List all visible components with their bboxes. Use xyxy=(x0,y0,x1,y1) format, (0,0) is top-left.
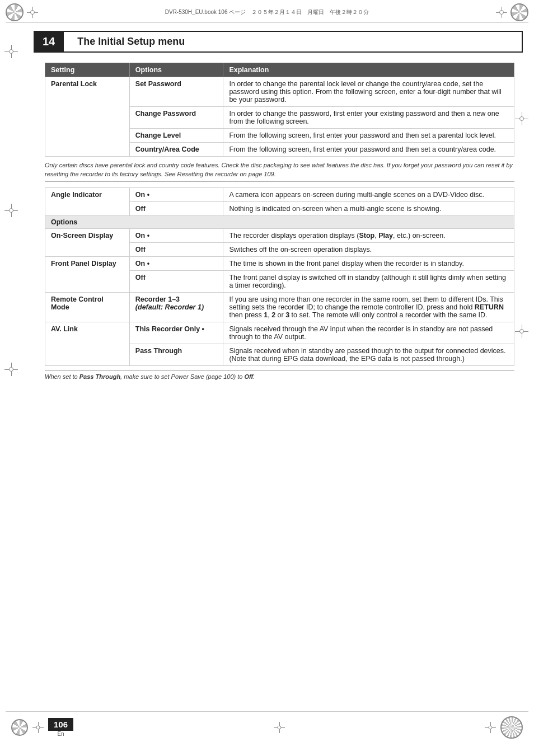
av-note: When set to Pass Through, make sure to s… xyxy=(45,370,514,380)
setting-avlink: AV. Link xyxy=(45,322,130,365)
crosshair-bottom-left xyxy=(32,722,44,733)
option-frontpanel-off: Off xyxy=(129,270,223,292)
top-left-decoration xyxy=(6,3,38,21)
table-row: Angle Indicator On • A camera icon appea… xyxy=(45,187,514,201)
top-right-decoration xyxy=(496,3,528,21)
crosshair-icon-tl xyxy=(27,7,38,18)
page: DVR-530H_EU.book 106 ページ ２０５年２月１４日 月曜日 午… xyxy=(0,0,534,756)
option-country-area: Country/Area Code xyxy=(129,143,223,157)
crosshair-bottom-right xyxy=(485,722,496,733)
option-set-password: Set Password xyxy=(129,77,223,107)
chapter-title-box: The Initial Setup menu xyxy=(64,31,523,53)
setting-onscreen: On-Screen Display xyxy=(45,228,130,256)
film-reel-icon-right xyxy=(510,3,528,21)
option-change-password: Change Password xyxy=(129,107,223,129)
option-remote: Recorder 1–3(default: Recorder 1) xyxy=(129,292,223,322)
table-row: Parental Lock Set Password In order to c… xyxy=(45,77,514,107)
bottom-film-reel-right xyxy=(500,716,523,739)
option-frontpanel-on: On • xyxy=(129,256,223,270)
table-row: On-Screen Display On • The recorder disp… xyxy=(45,228,514,242)
bottom-left: 106 En xyxy=(11,718,73,737)
option-onscreen-on: On • xyxy=(129,228,223,242)
table-row: Remote Control Mode Recorder 1–3(default… xyxy=(45,292,514,322)
explanation-frontpanel-on: The time is shown in the front panel dis… xyxy=(223,256,514,270)
bottom-film-reel-left xyxy=(11,719,28,736)
bottom-area: 106 En xyxy=(0,711,534,756)
meta-text: DVR-530H_EU.book 106 ページ ２０５年２月１４日 月曜日 午… xyxy=(165,8,369,16)
setting-angle: Angle Indicator xyxy=(45,187,130,215)
option-angle-off: Off xyxy=(129,201,223,215)
chapter-header: 14 The Initial Setup menu xyxy=(34,31,523,53)
crosshair-left-top xyxy=(4,45,18,58)
explanation-change-password: In order to change the password, first e… xyxy=(223,107,514,129)
option-onscreen-off: Off xyxy=(129,242,223,256)
explanation-frontpanel-off: The front panel display is switched off … xyxy=(223,270,514,292)
options-section-row: Options xyxy=(45,215,514,228)
explanation-angle-on: A camera icon appears on-screen during m… xyxy=(223,187,514,201)
angle-indicator-table: Angle Indicator On • A camera icon appea… xyxy=(45,187,514,366)
main-content: Setting Options Explanation Parental Loc… xyxy=(0,63,534,447)
right-decoration xyxy=(515,112,528,125)
setting-remote: Remote Control Mode xyxy=(45,292,130,322)
chapter-number: 14 xyxy=(34,31,64,53)
col-header-explanation: Explanation xyxy=(223,63,514,77)
film-reel-icon xyxy=(6,3,24,21)
right-decoration-mid xyxy=(515,325,528,338)
settings-table: Setting Options Explanation Parental Loc… xyxy=(45,63,514,157)
table-row: Front Panel Display On • The time is sho… xyxy=(45,256,514,270)
bottom-right xyxy=(485,716,523,739)
setting-parental-lock: Parental Lock xyxy=(45,77,130,157)
chapter-title: The Initial Setup menu xyxy=(77,36,185,48)
explanation-change-level: From the following screen, first enter y… xyxy=(223,129,514,143)
options-section-label: Options xyxy=(45,215,514,228)
table-row: AV. Link This Recorder Only • Signals re… xyxy=(45,322,514,344)
explanation-avlink-this: Signals received through the AV input wh… xyxy=(223,322,514,344)
col-header-setting: Setting xyxy=(45,63,130,77)
explanation-angle-off: Nothing is indicated on-screen when a mu… xyxy=(223,201,514,215)
page-label: En xyxy=(57,731,64,737)
crosshair-right-mid xyxy=(515,325,528,338)
explanation-onscreen-off: Switches off the on-screen operation dis… xyxy=(223,242,514,256)
crosshair-right xyxy=(515,112,528,125)
explanation-onscreen-on: The recorder displays operation displays… xyxy=(223,228,514,242)
left-decorations xyxy=(4,45,18,376)
page-number: 106 xyxy=(48,718,73,731)
crosshair-left-mid xyxy=(4,204,18,217)
explanation-country-area: From the following screen, first enter y… xyxy=(223,143,514,157)
explanation-set-password: In order to change the parental lock lev… xyxy=(223,77,514,107)
option-avlink-pass: Pass Through xyxy=(129,344,223,365)
crosshair-left-lower xyxy=(4,363,18,376)
parental-note: Only certain discs have parental lock an… xyxy=(45,161,514,182)
explanation-remote: If you are using more than one recorder … xyxy=(223,292,514,322)
crosshair-bottom-center xyxy=(274,722,285,733)
option-avlink-this: This Recorder Only • xyxy=(129,322,223,344)
setting-frontpanel: Front Panel Display xyxy=(45,256,130,292)
col-header-options: Options xyxy=(129,63,223,77)
option-angle-on: On • xyxy=(129,187,223,201)
crosshair-icon-tr xyxy=(496,7,507,18)
option-change-level: Change Level xyxy=(129,129,223,143)
page-number-block: 106 En xyxy=(48,718,73,737)
explanation-avlink-pass: Signals received when in standby are pas… xyxy=(223,344,514,365)
